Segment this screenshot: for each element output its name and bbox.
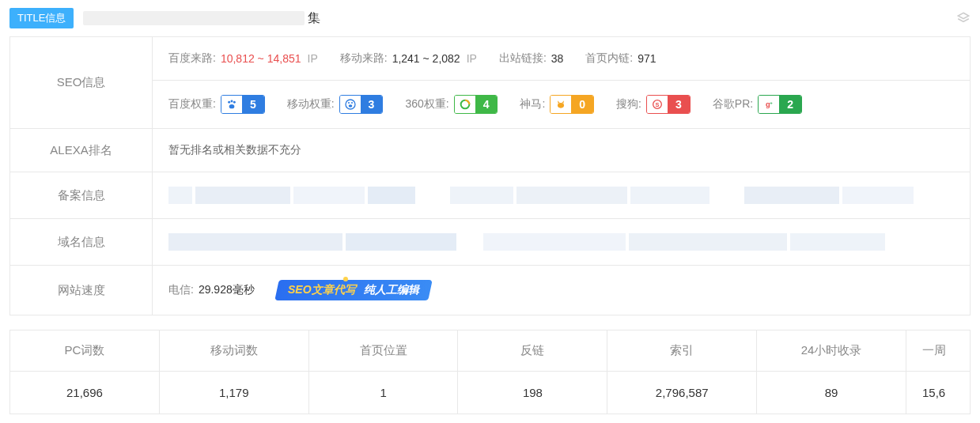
s360-weight: 360权重: 4 bbox=[405, 95, 498, 114]
seo-info-label: SEO信息 bbox=[10, 37, 153, 128]
layers-icon[interactable] bbox=[956, 11, 971, 25]
speed-label: 网站速度 bbox=[10, 266, 153, 315]
s360-weight-badge[interactable]: 4 bbox=[454, 95, 498, 114]
info-table: SEO信息 百度来路: 10,812 ~ 14,851 IP 移动来路: 1,2… bbox=[9, 36, 971, 315]
alexa-value: 暂无排名或相关数据不充分 bbox=[168, 143, 301, 157]
baidu-weight-badge[interactable]: 5 bbox=[221, 95, 265, 114]
alexa-label: ALEXA排名 bbox=[10, 129, 153, 172]
homepage-inlinks: 首页内链: 971 bbox=[585, 51, 656, 66]
stat-col-mobile-words[interactable]: 移动词数 1,179 bbox=[160, 330, 309, 414]
mobile-weight-badge[interactable]: 3 bbox=[339, 95, 384, 114]
google-icon: g+ bbox=[759, 96, 779, 113]
seo-info-row: SEO信息 百度来路: 10,812 ~ 14,851 IP 移动来路: 1,2… bbox=[10, 37, 970, 129]
svg-point-2 bbox=[233, 101, 236, 104]
outbound-links: 出站链接: 38 bbox=[499, 51, 563, 66]
beian-label: 备案信息 bbox=[10, 172, 153, 218]
domain-row: 域名信息 bbox=[10, 219, 970, 266]
stats-table: PC词数 21,696 移动词数 1,179 首页位置 1 反链 198 索引 … bbox=[9, 330, 971, 414]
svg-point-6 bbox=[351, 102, 353, 104]
baidu-paw-icon bbox=[221, 96, 242, 113]
shenma-weight: 神马: 0 bbox=[520, 95, 594, 114]
seo-promo-banner[interactable]: SEO文章代写 纯人工编辑 bbox=[274, 280, 432, 300]
promo-right-text: 纯人工编辑 bbox=[363, 283, 418, 297]
mobile-weight: 移动权重: 3 bbox=[287, 95, 384, 114]
svg-point-1 bbox=[230, 100, 233, 103]
svg-text:+: + bbox=[770, 100, 773, 105]
baidu-weight: 百度权重: 5 bbox=[168, 95, 265, 114]
speed-telecom: 电信: 29.928毫秒 bbox=[168, 283, 255, 297]
title-suffix: 集 bbox=[308, 10, 320, 27]
google-pr-badge[interactable]: g+ 2 bbox=[758, 95, 802, 114]
svg-point-7 bbox=[348, 104, 352, 107]
title-info-badge: TITLE信息 bbox=[9, 8, 74, 28]
svg-text:S: S bbox=[656, 101, 660, 108]
stat-col-24h[interactable]: 24小时收录 89 bbox=[757, 330, 906, 414]
shenma-weight-badge[interactable]: 0 bbox=[550, 95, 594, 114]
baidu-mobile-icon bbox=[340, 96, 361, 113]
sogou-icon: S bbox=[647, 96, 668, 113]
baidu-traffic: 百度来路: 10,812 ~ 14,851 IP bbox=[168, 51, 318, 66]
beian-row: 备案信息 bbox=[10, 172, 970, 219]
stat-col-backlinks[interactable]: 反链 198 bbox=[458, 330, 607, 414]
sogou-weight: 搜狗: S 3 bbox=[616, 95, 691, 114]
svg-point-4 bbox=[346, 100, 355, 109]
domain-redacted bbox=[168, 233, 954, 251]
redacted-title bbox=[83, 11, 305, 25]
seo-traffic-row: 百度来路: 10,812 ~ 14,851 IP 移动来路: 1,241 ~ 2… bbox=[153, 37, 970, 81]
mobile-traffic: 移动来路: 1,241 ~ 2,082 IP bbox=[340, 51, 477, 66]
s360-icon bbox=[455, 96, 475, 113]
svg-point-0 bbox=[228, 101, 230, 104]
svg-point-3 bbox=[229, 104, 235, 108]
header-bar: TITLE信息 集 bbox=[0, 0, 980, 36]
svg-point-5 bbox=[348, 102, 350, 104]
seo-weights-row: 百度权重: 5 移动权重: 3 360权重: bbox=[153, 81, 970, 128]
promo-left-text: SEO文章代写 bbox=[288, 283, 356, 297]
stat-col-week[interactable]: 一周 15,6 bbox=[906, 330, 970, 414]
stat-col-index[interactable]: 索引 2,796,587 bbox=[607, 330, 757, 414]
sogou-weight-badge[interactable]: S 3 bbox=[646, 95, 691, 114]
stat-col-homepage-pos[interactable]: 首页位置 1 bbox=[309, 330, 459, 414]
svg-point-9 bbox=[558, 103, 564, 108]
shenma-icon bbox=[551, 96, 571, 113]
google-pr: 谷歌PR: g+ 2 bbox=[713, 95, 802, 114]
speed-row: 网站速度 电信: 29.928毫秒 SEO文章代写 纯人工编辑 bbox=[10, 266, 970, 315]
beian-redacted bbox=[168, 187, 954, 204]
alexa-row: ALEXA排名 暂无排名或相关数据不充分 bbox=[10, 129, 970, 172]
domain-label: 域名信息 bbox=[10, 219, 153, 265]
stat-col-pc-words[interactable]: PC词数 21,696 bbox=[10, 330, 160, 414]
